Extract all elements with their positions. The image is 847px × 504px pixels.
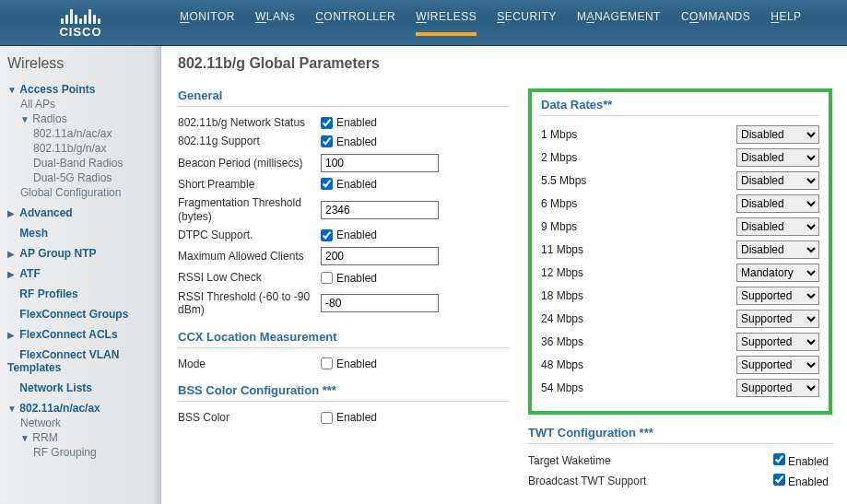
checkbox-11g-support[interactable] <box>321 135 333 147</box>
input-max-clients[interactable] <box>321 247 439 265</box>
data-rate-select[interactable]: DisabledMandatorySupported <box>736 379 819 397</box>
sidebar-item-network-lists[interactable]: Network Lists <box>19 381 92 394</box>
data-rate-select[interactable]: DisabledMandatorySupported <box>736 217 819 236</box>
triangle-right-icon[interactable]: ▶ <box>7 249 17 259</box>
data-rate-row: 36 MbpsDisabledMandatorySupported <box>541 333 819 351</box>
cisco-logo: CISCO <box>0 7 161 39</box>
sidebar-item-mesh[interactable]: Mesh <box>19 227 48 240</box>
sidebar-tree: ▼ Access Points All APs ▼ Radios 802.11a… <box>7 83 153 459</box>
data-rate-select[interactable]: DisabledMandatorySupported <box>736 125 819 144</box>
chk-label-broadcast-twt: Enabled <box>788 475 829 488</box>
sidebar-item-radios[interactable]: Radios <box>32 112 66 125</box>
triangle-down-icon[interactable]: ▼ <box>7 85 17 95</box>
sidebar-item-access-points[interactable]: Access Points <box>19 83 95 96</box>
section-twt: TWT Configuration *** Target Waketime En… <box>528 426 832 488</box>
input-beacon-period[interactable] <box>321 154 439 172</box>
section-title-twt: TWT Configuration *** <box>528 426 832 444</box>
data-rate-row: 5.5 MbpsDisabledMandatorySupported <box>541 171 819 190</box>
triangle-down-icon[interactable]: ▼ <box>20 114 29 124</box>
sidebar-item-all-aps[interactable]: All APs <box>20 98 55 111</box>
checkbox-broadcast-twt[interactable] <box>773 474 785 486</box>
sidebar-item-flexconnect-vlan[interactable]: FlexConnect VLAN Templates <box>7 348 119 374</box>
triangle-down-icon[interactable]: ▼ <box>7 404 17 414</box>
checkbox-rssi-low[interactable] <box>321 272 333 284</box>
checkbox-network-status[interactable] <box>321 117 333 129</box>
nav-commands[interactable]: COMMANDS <box>681 10 750 36</box>
sidebar-item-advanced[interactable]: Advanced <box>19 206 72 219</box>
data-rates-list: 1 MbpsDisabledMandatorySupported2 MbpsDi… <box>541 125 819 397</box>
chk-label-network-status: Enabled <box>336 116 377 129</box>
cisco-logo-bars-icon <box>61 7 100 24</box>
data-rate-row: 1 MbpsDisabledMandatorySupported <box>541 125 819 144</box>
triangle-right-icon[interactable]: ▶ <box>7 208 17 218</box>
data-rate-label: 11 Mbps <box>541 243 583 256</box>
chk-label-bss-color: Enabled <box>336 411 377 424</box>
triangle-right-icon[interactable]: ▶ <box>7 330 17 340</box>
content-area: 802.11b/g Global Parameters General 802.… <box>161 46 847 504</box>
data-rate-row: 18 MbpsDisabledMandatorySupported <box>541 287 819 305</box>
nav-help[interactable]: HELP <box>771 10 801 36</box>
sidebar-item-network[interactable]: Network <box>20 416 61 429</box>
sidebar-item-rf-profiles[interactable]: RF Profiles <box>19 287 77 300</box>
sidebar-item-atf[interactable]: ATF <box>19 267 40 280</box>
data-rate-label: 5.5 Mbps <box>541 174 586 187</box>
nav-controller[interactable]: CONTROLLER <box>315 10 395 36</box>
sidebar-item-radio-anacax[interactable]: 802.11a/n/ac/ax <box>33 127 112 140</box>
data-rate-row: 9 MbpsDisabledMandatorySupported <box>541 217 819 236</box>
triangle-right-icon[interactable]: ▶ <box>7 269 17 279</box>
data-rate-select[interactable]: DisabledMandatorySupported <box>736 171 819 190</box>
sidebar-item-global-config[interactable]: Global Configuration <box>20 186 121 199</box>
sidebar-item-rf-grouping[interactable]: RF Grouping <box>33 446 97 459</box>
input-rssi-threshold[interactable] <box>321 294 439 312</box>
chk-label-target-waketime: Enabled <box>788 455 829 468</box>
sidebar-item-dual-5g[interactable]: Dual-5G Radios <box>33 171 112 184</box>
data-rate-select[interactable]: DisabledMandatorySupported <box>736 194 819 213</box>
checkbox-bss-color[interactable] <box>321 412 333 424</box>
data-rate-select[interactable]: DisabledMandatorySupported <box>736 356 819 374</box>
sidebar-item-ap-group-ntp[interactable]: AP Group NTP <box>19 247 96 260</box>
top-nav: MONITOR WLANs CONTROLLER WIRELESS SECURI… <box>161 10 802 36</box>
nav-security[interactable]: SECURITY <box>497 10 557 36</box>
data-rate-select[interactable]: DisabledMandatorySupported <box>736 287 819 305</box>
chk-label-short-preamble: Enabled <box>336 178 377 191</box>
input-frag-threshold[interactable] <box>321 201 439 219</box>
section-title-bss: BSS Color Configuration *** <box>178 383 510 402</box>
top-header: CISCO MONITOR WLANs CONTROLLER WIRELESS … <box>0 0 847 46</box>
brand-text: CISCO <box>59 25 101 39</box>
data-rate-label: 54 Mbps <box>541 381 583 394</box>
sidebar-item-radio-bgnax[interactable]: 802.11b/g/n/ax <box>33 142 106 155</box>
sidebar-item-80211anacax[interactable]: 802.11a/n/ac/ax <box>19 402 100 415</box>
nav-wlans[interactable]: WLANs <box>255 10 295 36</box>
chk-label-ccx-mode: Enabled <box>336 357 377 370</box>
data-rate-row: 11 MbpsDisabledMandatorySupported <box>541 240 819 259</box>
section-title-general: General <box>178 88 510 107</box>
checkbox-target-waketime[interactable] <box>773 453 785 465</box>
sidebar-item-rrm[interactable]: RRM <box>32 431 57 444</box>
label-network-status: 802.11b/g Network Status <box>178 116 321 129</box>
checkbox-short-preamble[interactable] <box>321 178 333 190</box>
checkbox-dtpc[interactable] <box>321 229 333 241</box>
data-rate-select[interactable]: DisabledMandatorySupported <box>736 310 819 328</box>
data-rate-label: 18 Mbps <box>541 289 583 302</box>
data-rate-row: 12 MbpsDisabledMandatorySupported <box>541 264 819 282</box>
data-rate-select[interactable]: DisabledMandatorySupported <box>736 148 819 167</box>
chk-label-rssi-low: Enabled <box>336 272 377 285</box>
data-rate-label: 9 Mbps <box>541 220 577 233</box>
label-dtpc: DTPC Support. <box>178 229 321 241</box>
section-ccx: CCX Location Measurement Mode Enabled <box>178 330 510 370</box>
data-rate-label: 2 Mbps <box>541 151 577 164</box>
sidebar-item-flexconnect-groups[interactable]: FlexConnect Groups <box>19 308 128 321</box>
nav-wireless[interactable]: WIRELESS <box>416 10 476 36</box>
sidebar-item-flexconnect-acls[interactable]: FlexConnect ACLs <box>19 328 117 341</box>
section-bss-color: BSS Color Configuration *** BSS Color En… <box>178 383 510 424</box>
nav-management[interactable]: MANAGEMENT <box>577 10 661 36</box>
data-rate-select[interactable]: DisabledMandatorySupported <box>736 264 819 282</box>
nav-monitor[interactable]: MONITOR <box>180 10 235 36</box>
checkbox-ccx-mode[interactable] <box>321 357 333 369</box>
triangle-down-icon[interactable]: ▼ <box>20 433 29 443</box>
sidebar-item-dual-band[interactable]: Dual-Band Radios <box>33 157 123 170</box>
data-rate-select[interactable]: DisabledMandatorySupported <box>736 333 819 351</box>
label-short-preamble: Short Preamble <box>178 178 321 191</box>
data-rate-select[interactable]: DisabledMandatorySupported <box>736 240 819 259</box>
data-rate-label: 12 Mbps <box>541 266 583 279</box>
